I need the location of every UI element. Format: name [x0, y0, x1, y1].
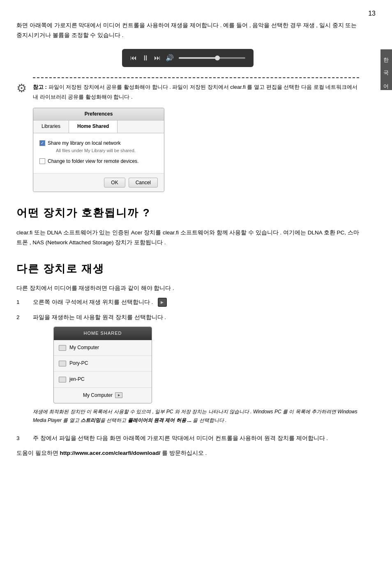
italic-note: 재생에 최적화된 장치만 이 목록에서 사용할 수 있으며 , 일부 PC 와 …: [33, 408, 359, 424]
note-content: 참고 : 파일이 저장된 장치에서 공유를 활성화해야 합니다 . 파일이 저장…: [33, 77, 359, 192]
step-2-content: 파일을 재생하는 데 사용할 원격 장치를 선택합니다 . HOME SHARE…: [33, 313, 359, 429]
step-3-content: 주 창에서 파일을 선택한 다음 화면 아래쪽에 가로지른 막대에서 미디어 컨…: [33, 433, 359, 443]
note-section: ⚙ 참고 : 파일이 저장된 장치에서 공유를 활성화해야 합니다 . 파일이 …: [16, 77, 359, 192]
step-1-number: 1: [16, 297, 25, 307]
list-item-2: 2 파일을 재생하는 데 사용할 원격 장치를 선택합니다 . HOME SHA…: [16, 313, 359, 429]
checkbox-1-label-group: Share my library on local network All fi…: [48, 139, 136, 155]
cancel-button[interactable]: Cancel: [129, 178, 158, 188]
step-1-content: 오른쪽 아래 구석에서 재생 위치를 선택합니다 . ▶: [33, 297, 359, 307]
hs-item-3[interactable]: jen-PC: [54, 372, 152, 388]
footer-arrow: ▶: [118, 393, 120, 398]
checkbox-2[interactable]: [39, 158, 45, 164]
preferences-tabs: Libraries Home Shared: [33, 120, 164, 133]
home-shared-panel: HOME SHARED My Computer Pory-PC jen: [53, 327, 152, 403]
hs-item-2-label: Pory-PC: [69, 359, 88, 368]
hs-item-1[interactable]: My Computer: [54, 340, 152, 356]
note-text: 참고 : 파일이 저장된 장치에서 공유를 활성화해야 합니다 . 파일이 저장…: [33, 82, 359, 102]
intro-paragraph: 화면 아래쪽에 가로지른 막대에서 미디어 컨트롤을 사용하여 재생을 제어합니…: [16, 21, 359, 41]
preferences-dialog: Preferences Libraries Home Shared ✓ Shar…: [33, 108, 164, 192]
section1-body: clear.fi 또는 DLNA 소프트웨어가 있는 인증된 Acer 장치를 …: [16, 228, 359, 248]
volume-icon: 🔊: [166, 53, 174, 63]
checkbox-1[interactable]: ✓: [39, 140, 45, 146]
section1-heading: 어떤 장치가 호환됩니까 ?: [16, 204, 359, 222]
section2-intro: 다른 장치에서 미디어를 재생하려면 다음과 같이 해야 합니다 .: [16, 283, 359, 293]
note-bold-prefix: 참고 :: [33, 84, 47, 90]
page-number: 13: [368, 8, 376, 19]
language-side-tab: 한 국 어: [380, 49, 392, 90]
hs-footer-icon: ▶: [115, 392, 122, 398]
hs-footer-label: My Computer: [83, 391, 113, 400]
list-item-3: 3 주 창에서 파일을 선택한 다음 화면 아래쪽에 가로지른 막대에서 미디어…: [16, 433, 359, 443]
help-paragraph: 도움이 필요하면 http://www.acer.com/clearfi/dow…: [16, 448, 359, 458]
checkbox-row-1: ✓ Share my library on local network All …: [39, 139, 158, 155]
hs-item-3-label: jen-PC: [69, 375, 85, 384]
volume-fill: [179, 57, 219, 59]
fast-forward-icon[interactable]: ⏭: [154, 53, 161, 63]
preferences-footer: OK Cancel: [33, 173, 164, 192]
hs-footer: My Computer ▶: [54, 388, 152, 403]
section2-heading: 다른 장치로 재생: [16, 260, 359, 278]
hs-header: HOME SHARED: [54, 327, 152, 340]
preferences-body: ✓ Share my library on local network All …: [33, 133, 164, 174]
rewind-icon[interactable]: ⏮: [130, 53, 137, 63]
page-container: 13 한 국 어 화면 아래쪽에 가로지른 막대에서 미디어 컨트롤을 사용하여…: [0, 0, 392, 563]
dotted-divider: [33, 77, 359, 78]
computer-icon-1: [59, 345, 66, 351]
checkmark-1: ✓: [41, 140, 44, 146]
play-position-icon: ▶: [158, 298, 167, 307]
checkbox-1-label: Share my library on local network: [48, 140, 120, 146]
list-item-1: 1 오른쪽 아래 구석에서 재생 위치를 선택합니다 . ▶: [16, 297, 359, 307]
tab-home-shared[interactable]: Home Shared: [69, 120, 118, 132]
checkbox-2-label: Change to folder view for remote devices…: [48, 158, 138, 165]
step-3-number: 3: [16, 433, 25, 443]
pause-icon[interactable]: ⏸: [142, 52, 149, 64]
volume-slider[interactable]: [179, 57, 245, 59]
hs-item-1-label: My Computer: [69, 343, 99, 352]
tab-libraries[interactable]: Libraries: [33, 120, 69, 132]
computer-icon-2: [59, 361, 66, 366]
numbered-list: 1 오른쪽 아래 구석에서 재생 위치를 선택합니다 . ▶ 2 파일을 재생하…: [16, 297, 359, 443]
hs-item-2[interactable]: Pory-PC: [54, 356, 152, 372]
ok-button[interactable]: OK: [104, 178, 125, 188]
help-url[interactable]: http://www.acer.com/clearfi/download/: [60, 450, 161, 456]
checkbox-1-sub: All files under My Library will be share…: [56, 147, 136, 155]
volume-knob: [215, 56, 220, 60]
step-2-number: 2: [16, 313, 25, 322]
play-arrow: ▶: [161, 299, 164, 306]
note-icon: ⚙: [16, 79, 27, 98]
preferences-title: Preferences: [33, 108, 164, 120]
media-control-bar: ⏮ ⏸ ⏭ 🔊: [122, 49, 254, 67]
computer-icon-3: [59, 377, 66, 382]
main-content: 화면 아래쪽에 가로지른 막대에서 미디어 컨트롤을 사용하여 재생을 제어합니…: [16, 0, 376, 459]
checkbox-row-2: Change to folder view for remote devices…: [39, 158, 158, 165]
